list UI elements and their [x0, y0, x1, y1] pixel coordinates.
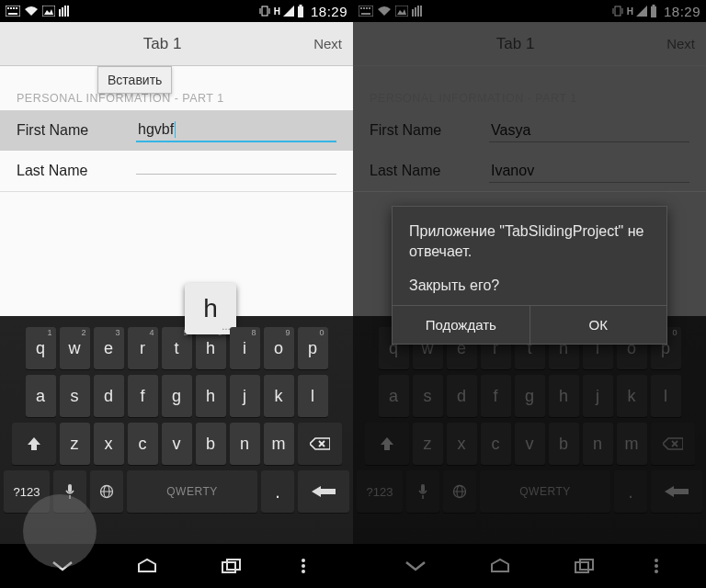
first-name-label: First Name — [17, 122, 136, 139]
key-o[interactable]: o9 — [264, 327, 294, 369]
key-row-1: q1w2e3r4t5h6h…i8o9p0 — [4, 327, 349, 369]
phone-right: H 18:29 Tab 1 Next PERSONAL INFORMATION … — [353, 0, 706, 588]
clock: 18:29 — [311, 4, 347, 19]
period-key[interactable]: . — [261, 470, 294, 513]
shift-key[interactable] — [12, 423, 56, 465]
key-m[interactable]: m — [264, 423, 294, 465]
svg-rect-26 — [222, 562, 235, 572]
ok-button[interactable]: ОК — [530, 306, 667, 344]
key-l[interactable]: l — [298, 375, 328, 417]
key-z[interactable]: z — [60, 423, 90, 465]
app-bar: Tab 1 Next — [0, 22, 353, 66]
wait-button[interactable]: Подождать — [393, 306, 530, 344]
dialog-question: Закрыть его? — [409, 276, 650, 296]
svg-rect-12 — [262, 6, 268, 16]
svg-rect-27 — [227, 560, 240, 570]
svg-marker-25 — [312, 486, 336, 497]
key-r[interactable]: r4 — [128, 327, 158, 369]
key-row-2: asdfghjkl — [4, 375, 349, 417]
key-j[interactable]: j — [230, 375, 260, 417]
image-icon — [42, 6, 55, 17]
menu-button[interactable] — [294, 549, 313, 582]
key-w[interactable]: w2 — [60, 327, 90, 369]
anr-dialog: Приложение "TabSlidingProject" не отвеча… — [392, 206, 667, 345]
key-c[interactable]: c — [128, 423, 158, 465]
last-name-field[interactable]: Last Name — [0, 151, 353, 191]
status-bar: H 18:29 — [0, 0, 353, 22]
tab-title[interactable]: Tab 1 — [11, 35, 313, 53]
svg-rect-11 — [67, 6, 69, 17]
key-e[interactable]: e3 — [94, 327, 124, 369]
key-d[interactable]: d — [94, 375, 124, 417]
svg-point-29 — [302, 564, 305, 568]
first-name-input[interactable]: hgvbf — [136, 119, 336, 143]
svg-rect-4 — [16, 7, 17, 9]
svg-rect-10 — [64, 6, 66, 17]
section-header: PERSONAL INFORMATION - PART 1 — [0, 92, 353, 110]
svg-rect-8 — [59, 9, 61, 17]
nav-bar — [0, 544, 353, 588]
svg-rect-16 — [298, 6, 303, 17]
key-popup: h… — [185, 283, 236, 334]
key-p[interactable]: p0 — [298, 327, 328, 369]
enter-key[interactable] — [298, 470, 349, 513]
recents-button[interactable] — [210, 549, 254, 582]
last-name-label: Last Name — [17, 163, 136, 179]
key-n[interactable]: n — [230, 423, 260, 465]
paste-tooltip[interactable]: Вставить — [97, 66, 172, 94]
key-s[interactable]: s — [60, 375, 90, 417]
first-name-field[interactable]: First Name hgvbf — [0, 110, 353, 151]
key-h[interactable]: h6h… — [196, 327, 226, 369]
svg-rect-2 — [10, 7, 12, 9]
svg-rect-3 — [13, 7, 15, 9]
svg-point-30 — [302, 570, 305, 573]
key-b[interactable]: b — [196, 423, 226, 465]
phone-left: H 18:29 Tab 1 Next Вставить PERSONAL INF… — [0, 0, 353, 588]
key-i[interactable]: i8 — [230, 327, 260, 369]
key-x[interactable]: x — [94, 423, 124, 465]
backspace-key[interactable] — [298, 423, 342, 465]
svg-rect-6 — [42, 6, 55, 17]
key-g[interactable]: g — [162, 375, 192, 417]
form-content: Вставить PERSONAL INFORMATION - PART 1 F… — [0, 66, 353, 316]
touch-indicator — [23, 494, 97, 568]
key-q[interactable]: q1 — [26, 327, 56, 369]
svg-marker-15 — [283, 6, 294, 17]
dialog-message: Приложение "TabSlidingProject" не отвеча… — [409, 221, 650, 263]
svg-rect-20 — [68, 484, 72, 492]
svg-point-28 — [302, 559, 305, 562]
key-row-3: zxcvbnm — [4, 423, 349, 465]
signal-icon — [283, 6, 294, 17]
key-k[interactable]: k — [264, 375, 294, 417]
wifi-icon — [24, 6, 39, 17]
last-name-input[interactable] — [136, 168, 336, 175]
space-key[interactable]: QWERTY — [127, 470, 257, 513]
keyboard-indicator-icon — [6, 6, 20, 17]
globe-key[interactable] — [90, 470, 123, 513]
svg-rect-1 — [7, 7, 9, 9]
svg-rect-5 — [8, 13, 17, 15]
home-button[interactable] — [125, 549, 169, 582]
svg-rect-0 — [6, 6, 20, 17]
bars-icon — [59, 6, 72, 17]
key-a[interactable]: a — [26, 375, 56, 417]
key-v[interactable]: v — [162, 423, 192, 465]
battery-icon — [297, 5, 304, 17]
data-h-icon: H — [274, 6, 280, 17]
divider — [0, 191, 353, 192]
key-f[interactable]: f — [128, 375, 158, 417]
key-h[interactable]: h — [196, 375, 226, 417]
next-button[interactable]: Next — [313, 36, 342, 51]
svg-rect-17 — [299, 5, 302, 6]
vibrate-icon — [258, 5, 271, 17]
svg-rect-9 — [62, 7, 63, 17]
svg-marker-7 — [44, 9, 53, 15]
